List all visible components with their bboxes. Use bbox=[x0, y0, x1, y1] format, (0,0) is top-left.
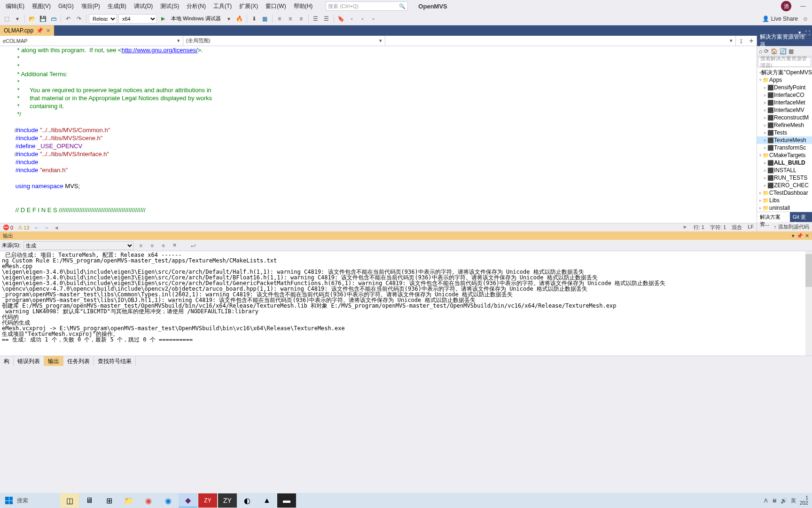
indent-mode[interactable]: 混合 bbox=[732, 224, 742, 231]
menu-item[interactable]: 项目(P) bbox=[78, 1, 104, 11]
feedback-icon[interactable]: ☺ bbox=[801, 14, 810, 24]
menu-item[interactable]: 工具(T) bbox=[210, 1, 235, 11]
tab-git-changes[interactable]: Git 更改 bbox=[790, 212, 812, 222]
bottom-tab[interactable]: 输出 bbox=[44, 356, 63, 366]
taskbar-app[interactable]: ◐ bbox=[238, 493, 257, 508]
bottom-tab[interactable]: 错误列表 bbox=[14, 356, 44, 366]
tree-node[interactable]: ▹⬛InterfaceCO bbox=[757, 91, 812, 99]
show-all-icon[interactable]: ▦ bbox=[789, 48, 794, 55]
fmt2-icon[interactable]: ☰ bbox=[322, 14, 331, 24]
nav-icon[interactable]: ▫ bbox=[347, 14, 357, 24]
scroll-left-icon[interactable]: ◄ bbox=[54, 225, 59, 230]
solution-search-input[interactable]: 搜索解决方案资源管理器( bbox=[758, 57, 811, 67]
tree-node[interactable]: ▹⬛TextureMesh bbox=[757, 136, 812, 144]
terminal-icon[interactable]: ▬ bbox=[277, 493, 296, 508]
network-icon[interactable]: 🖥 bbox=[772, 498, 777, 503]
split-icon[interactable]: ↕ bbox=[736, 36, 746, 46]
nav2-icon[interactable]: ▫ bbox=[358, 14, 367, 24]
tree-node[interactable]: ▹⬛InterfaceMet bbox=[757, 99, 812, 106]
taskbar-app[interactable]: ⊞ bbox=[100, 493, 118, 508]
build-icon[interactable]: 🔥 bbox=[235, 14, 244, 24]
add-icon[interactable]: + bbox=[746, 36, 757, 46]
comment-icon[interactable]: ≡ bbox=[297, 14, 306, 24]
back-icon[interactable]: ⬚ bbox=[2, 14, 11, 24]
nav-fwd-icon[interactable]: → bbox=[44, 225, 49, 230]
warning-count[interactable]: ⚠ 13 bbox=[18, 224, 29, 230]
scrollbar[interactable] bbox=[805, 251, 812, 356]
file-explorer-icon[interactable]: 📁 bbox=[119, 493, 138, 508]
save-all-icon[interactable]: 🗃 bbox=[49, 14, 58, 24]
visual-studio-icon[interactable]: ◆ bbox=[179, 493, 197, 508]
tray-expand-icon[interactable]: ᐱ bbox=[764, 498, 768, 504]
close-icon[interactable]: ✕ bbox=[46, 28, 50, 34]
tree-node[interactable]: ▹⬛ZERO_CHEC bbox=[757, 182, 812, 189]
new-icon[interactable]: ▾ bbox=[13, 14, 22, 24]
avatar[interactable]: 酒 bbox=[781, 1, 791, 11]
platform-select[interactable]: x64 bbox=[118, 14, 157, 24]
menu-item[interactable]: 编辑(E) bbox=[2, 1, 28, 11]
menu-item[interactable]: 视图(V) bbox=[28, 1, 55, 11]
menu-item[interactable]: 调试(D) bbox=[130, 1, 157, 11]
home2-icon[interactable]: 🏠 bbox=[771, 48, 778, 55]
home-icon[interactable]: ⌂ bbox=[759, 48, 762, 55]
nav-scope-select[interactable]: eCOLMAP▾ bbox=[0, 36, 183, 46]
open-icon[interactable]: 📂 bbox=[27, 14, 37, 24]
global-search-input[interactable]: 搜索 (Ctrl+Q) 🔍 bbox=[326, 1, 408, 11]
task-view-icon[interactable]: ◫ bbox=[60, 493, 79, 508]
menu-item[interactable]: Git(G) bbox=[55, 1, 78, 11]
taskbar-app[interactable]: 🖥 bbox=[80, 493, 99, 508]
close-icon[interactable]: ✕ bbox=[805, 233, 809, 239]
add-to-source-control[interactable]: ↑ 添加到源代码 bbox=[757, 222, 812, 231]
clock[interactable]: 1202 bbox=[800, 495, 808, 506]
menu-item[interactable]: 分析(N) bbox=[183, 1, 210, 11]
menu-item[interactable]: 扩展(X) bbox=[235, 1, 262, 11]
start-button[interactable] bbox=[2, 494, 16, 507]
pin-icon[interactable]: 📌 bbox=[36, 27, 43, 34]
debugger-label[interactable]: 本地 Windows 调试器 bbox=[169, 15, 223, 22]
tree-node[interactable]: ▹⬛RefineMesh bbox=[757, 121, 812, 129]
scroll-right-icon[interactable]: ► bbox=[683, 224, 688, 231]
menu-item[interactable]: 帮助(H) bbox=[290, 1, 317, 11]
goto-icon[interactable]: ≡ bbox=[137, 243, 145, 248]
tree-node[interactable]: ▹📁Libs bbox=[757, 197, 812, 204]
nav-back-icon[interactable]: ← bbox=[34, 225, 39, 230]
undo-icon[interactable]: ↶ bbox=[63, 14, 73, 24]
bottom-tab[interactable]: 查找符号结果 bbox=[94, 356, 136, 366]
clear-icon[interactable]: ✕ bbox=[171, 242, 179, 248]
taskbar-app[interactable]: ZY bbox=[218, 493, 237, 508]
output-text[interactable]: 已启动生成: 项目: TextureMesh, 配置: Release x64 … bbox=[0, 251, 812, 356]
output-source-select[interactable]: 生成 bbox=[23, 241, 134, 250]
outdent-icon[interactable]: ≡ bbox=[286, 14, 295, 24]
tools-icon[interactable]: ▦ bbox=[260, 14, 270, 24]
code-area[interactable]: * along with this program. If not, see <… bbox=[0, 46, 757, 223]
menu-item[interactable]: 测试(S) bbox=[156, 1, 183, 11]
nav-member-select[interactable]: (全局范围)▾ bbox=[183, 36, 385, 46]
solution-tree[interactable]: ▫解决方案"OpenMVS▿📁Apps▹⬛DensifyPoint▹⬛Inter… bbox=[757, 68, 812, 212]
step-icon[interactable]: ⬇ bbox=[250, 14, 259, 24]
tree-node[interactable]: ▹⬛ReconstructM bbox=[757, 114, 812, 121]
dropdown-icon[interactable]: ▾ bbox=[224, 14, 234, 24]
edge-icon[interactable]: ◉ bbox=[159, 493, 178, 508]
bottom-tab[interactable]: 任务列表 bbox=[63, 356, 94, 366]
pin-icon[interactable]: 📌 bbox=[796, 233, 803, 239]
taskbar-app[interactable]: ▲ bbox=[258, 493, 276, 508]
prev-icon[interactable]: ≡ bbox=[148, 243, 156, 248]
config-select[interactable]: Release bbox=[89, 14, 117, 24]
minimize-button[interactable]: — bbox=[796, 3, 810, 9]
tab-solution-explorer[interactable]: 解决方案资... bbox=[757, 212, 790, 222]
nav3-icon[interactable]: ▫ bbox=[369, 14, 378, 24]
tree-node[interactable]: ▹⬛INSTALL bbox=[757, 167, 812, 174]
wrap-icon[interactable]: ⮐ bbox=[189, 243, 198, 248]
eol-mode[interactable]: LF bbox=[748, 224, 754, 231]
volume-icon[interactable]: 🔊 bbox=[781, 498, 787, 504]
indent-icon[interactable]: ≡ bbox=[275, 14, 284, 24]
menu-item[interactable]: 窗口(W) bbox=[262, 1, 289, 11]
nav-function-select[interactable]: ▾ bbox=[385, 36, 736, 46]
menu-item[interactable]: 生成(B) bbox=[104, 1, 130, 11]
bookmark-icon[interactable]: 🔖 bbox=[336, 14, 346, 24]
tree-node[interactable]: ▿📁CMakeTargets bbox=[757, 151, 812, 159]
redo-icon[interactable]: ↷ bbox=[74, 14, 84, 24]
tree-node[interactable]: ▹📁CTestDashboar bbox=[757, 189, 812, 197]
ime-indicator[interactable]: 英 bbox=[791, 497, 796, 504]
bottom-tab[interactable]: 构 bbox=[0, 356, 14, 366]
